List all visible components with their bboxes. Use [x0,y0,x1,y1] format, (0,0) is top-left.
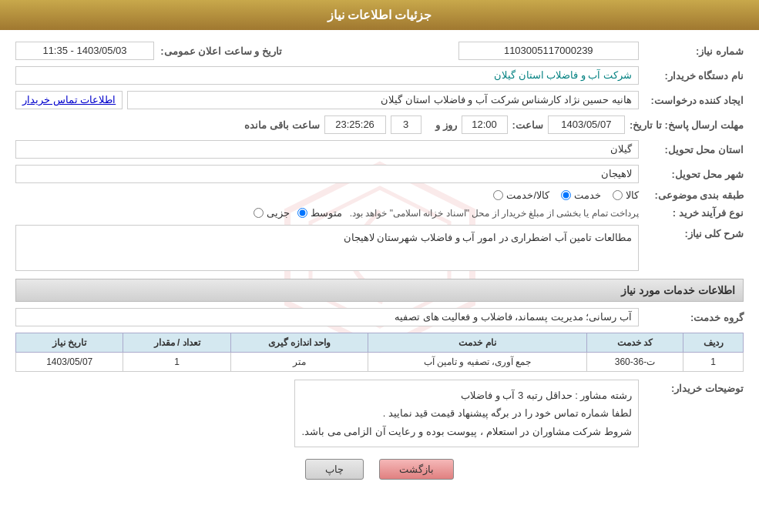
service-group-row: گروه خدمت: آب رسانی؛ مدیریت پسماند، فاضل… [15,308,744,326]
need-number-label: شماره نیاز: [643,45,744,57]
services-table: ردیف کد خدمت نام خدمت واحد اندازه گیری ت… [15,333,744,372]
purchase-type-row: نوع فرآیند خرید : پرداخت تمام یا بخشی از… [15,207,744,219]
creator-link[interactable]: اطلاعات تماس خریدار [15,91,123,109]
category-kala-radio[interactable] [613,190,623,200]
deadline-day-label: روز و [426,119,457,131]
province-row: استان محل تحویل: گیلان [15,140,744,159]
category-kala-khedmat-radio[interactable] [493,190,503,200]
category-khedmat-label: خدمت [574,189,601,201]
city-value: لاهیجان [15,165,639,183]
category-kala[interactable]: کالا [613,189,639,201]
city-row: شهر محل تحویل: لاهیجان [15,165,744,183]
purchase-motavaset-label: متوسط [311,207,342,219]
purchase-type-label: نوع فرآیند خرید : [643,207,744,219]
creator-value: هانیه حسین نژاد کارشناس شرکت آب و فاضلاب… [127,91,639,109]
deadline-label: مهلت ارسال پاسخ: تا تاریخ: [630,119,744,131]
category-khedmat[interactable]: خدمت [561,189,601,201]
page-title: جزئیات اطلاعات نیاز [15,8,744,22]
category-options: کالا/خدمت خدمت کالا [493,189,639,201]
buyer-notes-value: رشته مشاور : حداقل رتبه 3 آب و فاضلابلطف… [294,380,639,447]
need-number-value: 1103005117000239 [458,42,640,60]
purchase-jozii-radio[interactable] [254,208,264,218]
purchase-motavaset[interactable]: متوسط [297,207,342,219]
print-button[interactable]: چاپ [305,459,364,480]
buttons-row: بازگشت چاپ [15,459,744,480]
creator-label: ایجاد کننده درخواست: [643,95,744,106]
services-section-header: اطلاعات خدمات مورد نیاز [15,279,744,302]
category-kala-khedmat-label: کالا/خدمت [506,189,549,201]
province-value: گیلان [15,140,639,159]
category-label: طبقه بندی موضوعی: [643,189,744,201]
city-label: شهر محل تحویل: [643,169,744,180]
need-desc-label: شرح کلی نیاز: [643,225,744,239]
deadline-row: مهلت ارسال پاسخ: تا تاریخ: 1403/05/07 سا… [15,115,744,134]
buyer-org-value: شرکت آب و فاضلاب استان گیلان [15,66,639,85]
need-number-row: شماره نیاز: 1103005117000239 تاریخ و ساع… [15,42,744,60]
col-service-code: کد خدمت [586,333,683,353]
need-desc-row: شرح کلی نیاز: مطالعات تامین آب اضطراری د… [15,225,744,271]
deadline-remaining-label: ساعت باقی مانده [235,119,320,131]
announce-label: تاریخ و ساعت اعلان عمومی: [159,45,282,57]
category-kala-khedmat[interactable]: کالا/خدمت [493,189,549,201]
purchase-motavaset-radio[interactable] [297,208,307,218]
buyer-notes-row: توضیحات خریدار: رشته مشاور : حداقل رتبه … [15,380,744,447]
col-row-num: ردیف [683,333,744,353]
buyer-org-label: نام دستگاه خریدار: [643,70,744,82]
purchase-note: پرداخت تمام یا بخشی از مبلغ خریدار از مح… [350,208,639,219]
page-header: جزئیات اطلاعات نیاز [0,0,759,30]
col-quantity: تعداد / مقدار [123,333,230,353]
creator-row: ایجاد کننده درخواست: هانیه حسین نژاد کار… [15,91,744,109]
back-button[interactable]: بازگشت [379,459,454,480]
announce-value: 1403/05/03 - 11:35 [15,42,154,60]
deadline-remaining: 23:25:26 [324,115,386,134]
col-unit: واحد اندازه گیری [230,333,368,353]
service-group-label: گروه خدمت: [643,312,744,323]
buyer-notes-label: توضیحات خریدار: [643,380,744,394]
purchase-jozii[interactable]: جزیی [254,207,290,219]
purchase-jozii-label: جزیی [267,207,290,219]
need-desc-value: مطالعات تامین آب اضطراری در امور آب و فا… [15,225,639,271]
buyer-org-row: نام دستگاه خریدار: شرکت آب و فاضلاب استا… [15,66,744,85]
deadline-days: 3 [391,115,421,134]
deadline-time-label: ساعت: [512,119,543,131]
deadline-time: 12:00 [462,115,508,134]
service-group-value: آب رسانی؛ مدیریت پسماند، فاضلاب و فعالیت… [15,308,639,326]
col-service-name: نام خدمت [368,333,586,353]
table-row: 1ت-36-360جمع آوری، تصفیه و تامین آبمتر11… [16,353,744,372]
deadline-date: 1403/05/07 [548,115,625,134]
category-khedmat-radio[interactable] [561,190,571,200]
category-kala-label: کالا [626,189,639,201]
col-date: تاریخ نیاز [16,333,123,353]
category-row: طبقه بندی موضوعی: کالا/خدمت خدمت کالا [15,189,744,201]
province-label: استان محل تحویل: [643,144,744,156]
